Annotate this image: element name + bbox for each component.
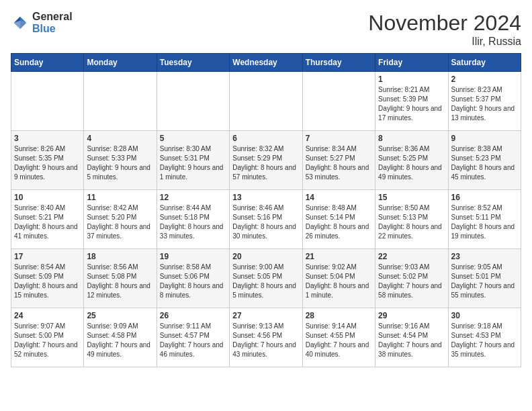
day-number: 6	[232, 134, 299, 143]
day-header-tuesday: Tuesday	[157, 54, 229, 72]
day-number: 11	[87, 193, 153, 202]
day-info: Sunrise: 8:44 AM Sunset: 5:18 PM Dayligh…	[160, 203, 226, 241]
calendar-cell: 4Sunrise: 8:28 AM Sunset: 5:33 PM Daylig…	[84, 131, 157, 190]
day-info: Sunrise: 9:18 AM Sunset: 4:53 PM Dayligh…	[451, 322, 518, 359]
day-info: Sunrise: 9:09 AM Sunset: 4:58 PM Dayligh…	[87, 322, 153, 359]
month-title: November 2024	[368, 11, 521, 36]
calendar-cell: 5Sunrise: 8:30 AM Sunset: 5:31 PM Daylig…	[157, 131, 229, 190]
location: Ilir, Russia	[368, 36, 521, 48]
calendar-cell	[84, 72, 157, 131]
calendar-cell: 16Sunrise: 8:52 AM Sunset: 5:11 PM Dayli…	[448, 190, 521, 249]
calendar-cell: 3Sunrise: 8:26 AM Sunset: 5:35 PM Daylig…	[11, 131, 84, 190]
calendar-cell: 26Sunrise: 9:11 AM Sunset: 4:57 PM Dayli…	[157, 308, 229, 367]
day-info: Sunrise: 9:14 AM Sunset: 4:55 PM Dayligh…	[306, 322, 372, 359]
day-number: 16	[451, 193, 518, 202]
day-info: Sunrise: 8:30 AM Sunset: 5:31 PM Dayligh…	[160, 144, 226, 182]
day-number: 19	[160, 252, 226, 261]
calendar-cell: 20Sunrise: 9:00 AM Sunset: 5:05 PM Dayli…	[230, 249, 302, 308]
calendar-cell: 27Sunrise: 9:13 AM Sunset: 4:56 PM Dayli…	[230, 308, 302, 367]
day-number: 29	[378, 311, 445, 320]
day-number: 12	[160, 193, 226, 202]
day-info: Sunrise: 9:13 AM Sunset: 4:56 PM Dayligh…	[232, 322, 299, 359]
day-info: Sunrise: 8:54 AM Sunset: 5:09 PM Dayligh…	[14, 263, 81, 300]
day-info: Sunrise: 8:56 AM Sunset: 5:08 PM Dayligh…	[87, 263, 153, 300]
calendar-cell: 14Sunrise: 8:48 AM Sunset: 5:14 PM Dayli…	[302, 190, 375, 249]
day-number: 9	[451, 134, 518, 143]
day-number: 20	[232, 252, 299, 261]
calendar-cell	[302, 72, 375, 131]
day-info: Sunrise: 9:11 AM Sunset: 4:57 PM Dayligh…	[160, 322, 226, 359]
calendar-cell: 17Sunrise: 8:54 AM Sunset: 5:09 PM Dayli…	[11, 249, 84, 308]
day-info: Sunrise: 8:42 AM Sunset: 5:20 PM Dayligh…	[87, 203, 153, 241]
day-info: Sunrise: 8:34 AM Sunset: 5:27 PM Dayligh…	[306, 144, 372, 182]
day-info: Sunrise: 9:03 AM Sunset: 5:02 PM Dayligh…	[378, 263, 445, 300]
day-number: 13	[232, 193, 299, 202]
day-header-monday: Monday	[84, 54, 157, 72]
calendar-cell: 25Sunrise: 9:09 AM Sunset: 4:58 PM Dayli…	[84, 308, 157, 367]
calendar-cell: 29Sunrise: 9:16 AM Sunset: 4:54 PM Dayli…	[375, 308, 448, 367]
week-row-3: 10Sunrise: 8:40 AM Sunset: 5:21 PM Dayli…	[11, 190, 521, 249]
logo-blue: Blue	[32, 23, 73, 35]
day-info: Sunrise: 8:50 AM Sunset: 5:13 PM Dayligh…	[378, 203, 445, 241]
day-info: Sunrise: 8:48 AM Sunset: 5:14 PM Dayligh…	[306, 203, 372, 241]
calendar-cell: 8Sunrise: 8:36 AM Sunset: 5:25 PM Daylig…	[375, 131, 448, 190]
week-row-2: 3Sunrise: 8:26 AM Sunset: 5:35 PM Daylig…	[11, 131, 521, 190]
calendar-cell	[230, 72, 302, 131]
day-number: 22	[378, 252, 445, 261]
calendar-cell: 23Sunrise: 9:05 AM Sunset: 5:01 PM Dayli…	[448, 249, 521, 308]
calendar-cell: 11Sunrise: 8:42 AM Sunset: 5:20 PM Dayli…	[84, 190, 157, 249]
day-info: Sunrise: 8:40 AM Sunset: 5:21 PM Dayligh…	[14, 203, 81, 241]
calendar-cell: 28Sunrise: 9:14 AM Sunset: 4:55 PM Dayli…	[302, 308, 375, 367]
calendar-cell: 9Sunrise: 8:38 AM Sunset: 5:23 PM Daylig…	[448, 131, 521, 190]
day-info: Sunrise: 8:21 AM Sunset: 5:39 PM Dayligh…	[378, 85, 445, 123]
day-info: Sunrise: 9:05 AM Sunset: 5:01 PM Dayligh…	[451, 263, 518, 300]
calendar-cell: 22Sunrise: 9:03 AM Sunset: 5:02 PM Dayli…	[375, 249, 448, 308]
calendar-cell: 2Sunrise: 8:23 AM Sunset: 5:37 PM Daylig…	[448, 72, 521, 131]
day-info: Sunrise: 8:46 AM Sunset: 5:16 PM Dayligh…	[232, 203, 299, 241]
day-number: 1	[378, 75, 445, 84]
day-header-saturday: Saturday	[448, 54, 521, 72]
calendar-cell: 24Sunrise: 9:07 AM Sunset: 5:00 PM Dayli…	[11, 308, 84, 367]
calendar-cell: 1Sunrise: 8:21 AM Sunset: 5:39 PM Daylig…	[375, 72, 448, 131]
day-number: 7	[306, 134, 372, 143]
title-block: November 2024 Ilir, Russia	[368, 11, 521, 48]
day-number: 5	[160, 134, 226, 143]
day-info: Sunrise: 8:23 AM Sunset: 5:37 PM Dayligh…	[451, 85, 518, 123]
calendar-cell	[157, 72, 229, 131]
day-header-wednesday: Wednesday	[230, 54, 302, 72]
day-info: Sunrise: 8:26 AM Sunset: 5:35 PM Dayligh…	[14, 144, 81, 182]
day-number: 26	[160, 311, 226, 320]
calendar-cell: 18Sunrise: 8:56 AM Sunset: 5:08 PM Dayli…	[84, 249, 157, 308]
day-number: 14	[306, 193, 372, 202]
calendar-cell: 12Sunrise: 8:44 AM Sunset: 5:18 PM Dayli…	[157, 190, 229, 249]
day-number: 15	[378, 193, 445, 202]
day-number: 23	[451, 252, 518, 261]
week-row-4: 17Sunrise: 8:54 AM Sunset: 5:09 PM Dayli…	[11, 249, 521, 308]
calendar-cell: 10Sunrise: 8:40 AM Sunset: 5:21 PM Dayli…	[11, 190, 84, 249]
day-info: Sunrise: 9:16 AM Sunset: 4:54 PM Dayligh…	[378, 322, 445, 359]
day-header-thursday: Thursday	[302, 54, 375, 72]
day-number: 24	[14, 311, 81, 320]
week-row-1: 1Sunrise: 8:21 AM Sunset: 5:39 PM Daylig…	[11, 72, 521, 131]
page-header: General Blue November 2024 Ilir, Russia	[11, 11, 521, 48]
day-number: 25	[87, 311, 153, 320]
day-number: 17	[14, 252, 81, 261]
day-number: 3	[14, 134, 81, 143]
day-header-friday: Friday	[375, 54, 448, 72]
day-number: 4	[87, 134, 153, 143]
calendar-cell: 15Sunrise: 8:50 AM Sunset: 5:13 PM Dayli…	[375, 190, 448, 249]
calendar-cell: 6Sunrise: 8:32 AM Sunset: 5:29 PM Daylig…	[230, 131, 302, 190]
day-number: 10	[14, 193, 81, 202]
day-number: 2	[451, 75, 518, 84]
day-info: Sunrise: 8:58 AM Sunset: 5:06 PM Dayligh…	[160, 263, 226, 300]
day-number: 27	[232, 311, 299, 320]
logo-text: General Blue	[32, 11, 73, 34]
day-info: Sunrise: 8:36 AM Sunset: 5:25 PM Dayligh…	[378, 144, 445, 182]
logo-general: General	[32, 11, 73, 23]
day-info: Sunrise: 8:52 AM Sunset: 5:11 PM Dayligh…	[451, 203, 518, 241]
calendar-cell: 30Sunrise: 9:18 AM Sunset: 4:53 PM Dayli…	[448, 308, 521, 367]
day-number: 30	[451, 311, 518, 320]
day-number: 8	[378, 134, 445, 143]
day-info: Sunrise: 9:02 AM Sunset: 5:04 PM Dayligh…	[306, 263, 372, 300]
calendar-table: SundayMondayTuesdayWednesdayThursdayFrid…	[11, 53, 521, 367]
